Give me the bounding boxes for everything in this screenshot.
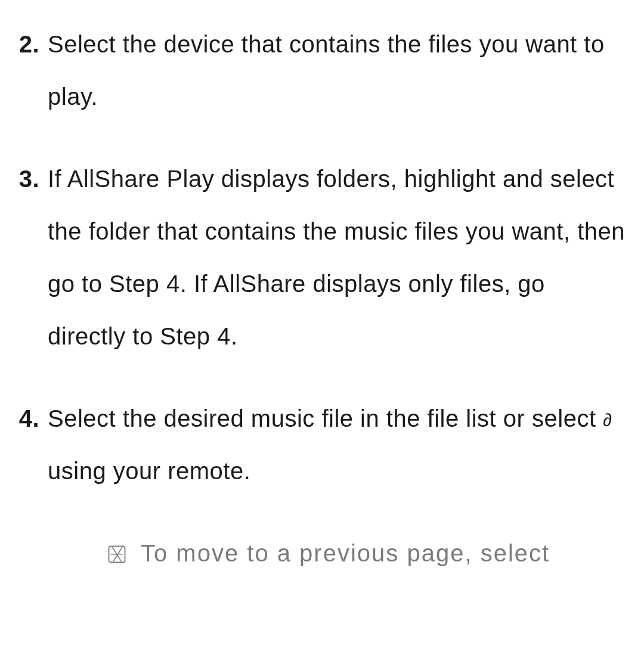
step-text: Select the desired music file in the fil… <box>48 392 632 497</box>
note-icon <box>106 527 141 579</box>
note: To move to a previous page, select <box>12 527 632 579</box>
note-text: To move to a previous page, select <box>141 527 632 579</box>
step-4: 4. Select the desired music file in the … <box>12 392 632 497</box>
play-icon: ∂ <box>603 410 612 430</box>
step-marker: 2. <box>12 18 48 123</box>
step-2: 2. Select the device that contains the f… <box>12 18 632 123</box>
step-text-after: using your remote. <box>48 458 250 484</box>
step-marker: 3. <box>12 153 48 362</box>
step-marker: 4. <box>12 392 48 497</box>
step-3: 3. If AllShare Play displays folders, hi… <box>12 153 632 362</box>
step-text-before: Select the desired music file in the fil… <box>48 405 603 432</box>
step-text: If AllShare Play displays folders, highl… <box>48 153 632 362</box>
step-text: Select the device that contains the file… <box>48 18 632 123</box>
